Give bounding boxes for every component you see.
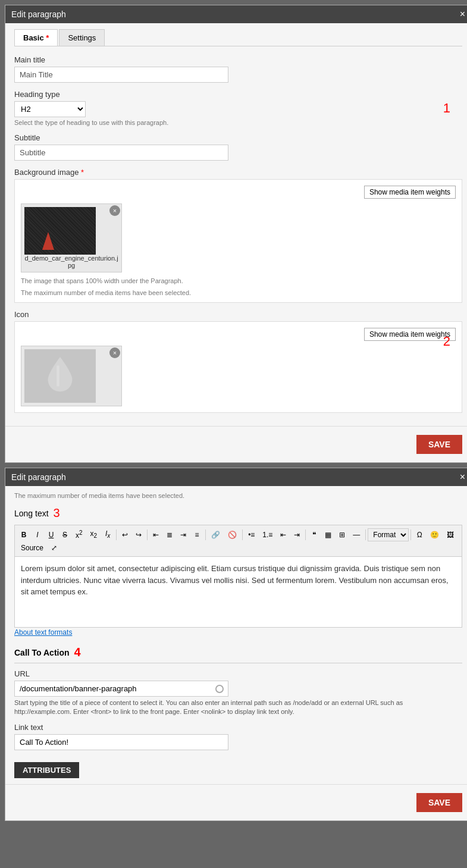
toolbar-bold[interactable]: B [17,529,30,541]
toolbar-sep-3 [205,529,206,540]
background-image-group: Background image * Show media item weigh… [14,168,462,303]
editor-toolbar: B I U S x2 x2 Ix ↩ ↪ ⇤ ≣ ⇥ ≡ 🔗 🚫 •≡ [14,525,462,556]
tab-settings[interactable]: Settings [59,29,105,46]
dialog-header-2: Edit paragraph × [5,468,467,486]
toolbar-unlink[interactable]: 🚫 [224,529,240,541]
background-image-media: Show media item weights × d_demo_car_eng… [14,179,462,303]
toolbar-image-insert[interactable]: 🖼 [443,529,457,541]
about-text-formats-link[interactable]: About text formats [14,628,72,637]
edit-paragraph-dialog-2: Edit paragraph × The maximum number of m… [5,468,467,821]
save-button-1[interactable]: SAVE [416,435,462,454]
toolbar-align-center[interactable]: ≣ [163,529,176,541]
toolbar-hr[interactable]: — [349,529,363,541]
toolbar-underline[interactable]: U [45,529,58,541]
link-text-input[interactable] [14,734,228,750]
edit-paragraph-dialog-1: Edit paragraph × Basic * Settings Main t… [5,5,467,463]
long-text-label-row: Long text 3 [14,506,462,520]
bg-image-required: * [81,168,84,177]
toolbar-maximize[interactable]: ⤢ [48,542,61,554]
toolbar-omega[interactable]: Ω [413,529,426,541]
heading-type-hint: Select the type of heading to use with t… [14,119,462,126]
toolbar-numbered-list[interactable]: 1.≡ [259,529,276,541]
toolbar-bullet-list[interactable]: •≡ [245,529,258,541]
toolbar-sep-1 [116,529,117,540]
url-icon [215,685,224,693]
bg-image-thumbnail [24,207,96,255]
cta-label-row: Call To Action 4 [14,645,462,663]
icon-media-header: Show media item weights [21,328,456,341]
section-number-2: 2 [443,334,450,349]
tabs-1: Basic * Settings [14,29,462,46]
heading-type-label: Heading type [14,90,462,99]
toolbar-table[interactable]: ▦ [321,529,335,541]
close-button-1[interactable]: × [460,9,465,20]
url-label: URL [14,669,462,678]
dialog-title-2: Edit paragraph [11,472,66,482]
cta-section: Call To Action 4 URL Start typing the ti… [14,645,462,778]
icon-item: × [21,346,122,406]
toolbar-strikethrough[interactable]: S [58,529,71,541]
toolbar-sep-4 [242,529,243,540]
icon-group: Icon Show media item weights × 2 [14,310,462,413]
toolbar-source[interactable]: Source [17,542,47,554]
close-button-2[interactable]: × [460,472,465,482]
dialog-body-2: The maximum number of media items have b… [5,486,467,784]
tab-basic[interactable]: Basic * [14,29,58,46]
dialog-header-1: Edit paragraph × [5,5,467,23]
toolbar-sep-2 [147,529,148,540]
url-field-group: URL Start typing the title of a piece of… [14,669,462,717]
toolbar-sep-5 [305,529,306,540]
section-number-1: 1 [443,101,450,116]
save-button-2[interactable]: SAVE [416,793,462,812]
icon-label: Icon [14,310,462,319]
icon-media: Show media item weights × [14,321,462,413]
bg-image-item: × d_demo_car_engine_centurion.jpg [21,203,122,272]
subtitle-input[interactable] [14,145,228,161]
bg-image-close-btn[interactable]: × [109,205,120,216]
toolbar-outdent[interactable]: ⇤ [277,529,290,541]
icon-thumbnail [24,349,96,403]
dialog-footer-2: SAVE [5,784,467,820]
toolbar-emoji[interactable]: 🙂 [427,529,443,541]
link-text-group: Link text [14,723,462,750]
toolbar-remove-format[interactable]: Ix [101,528,114,541]
show-weights-btn-2[interactable]: Show media item weights [364,328,456,341]
dialog-body-1: Basic * Settings Main title Heading type… [5,23,467,426]
subtitle-label: Subtitle [14,133,462,142]
heading-type-group: Heading type H1 H2 H3 H4 H5 H6 1 Select … [14,90,462,126]
section-number-4: 4 [74,645,81,659]
tab-basic-required: * [44,33,49,42]
toolbar-italic[interactable]: I [31,529,44,541]
background-image-label: Background image * [14,168,462,177]
show-weights-btn-1[interactable]: Show media item weights [364,186,456,199]
long-text-group: Long text 3 B I U S x2 x2 Ix ↩ ↪ ⇤ ≣ ⇥ ≡ [14,506,462,637]
toolbar-redo[interactable]: ↪ [132,529,145,541]
toolbar-superscript[interactable]: x2 [72,528,86,541]
main-title-group: Main title [14,55,462,83]
toolbar-subscript[interactable]: x2 [87,528,101,541]
bg-image-hint1: The image that spans 100% width under th… [21,277,456,284]
toolbar-link[interactable]: 🔗 [208,529,224,541]
heading-type-select[interactable]: H1 H2 H3 H4 H5 H6 [14,101,86,117]
long-text-label: Long text [14,509,49,518]
section-number-3: 3 [54,506,60,520]
toolbar-align-left[interactable]: ⇤ [149,529,162,541]
format-select[interactable]: Format [368,528,409,541]
svg-rect-0 [57,366,59,387]
toolbar-blockquote[interactable]: ❝ [308,529,321,541]
toolbar-media-embed[interactable]: ⊞ [336,529,349,541]
toolbar-sep-6 [365,529,366,540]
url-input[interactable] [14,681,228,697]
toolbar-indent[interactable]: ⇥ [290,529,303,541]
attributes-button[interactable]: ATTRIBUTES [14,762,79,778]
url-input-wrapper [14,681,228,697]
icon-close-btn[interactable]: × [109,347,120,358]
editor-area[interactable]: Lorem ipsum dolor sit amet, consectetur … [14,556,462,628]
cta-label-text: Call To Action [14,648,70,657]
toolbar-undo[interactable]: ↩ [118,529,131,541]
dialog-title-1: Edit paragraph [11,10,66,19]
toolbar-align-right[interactable]: ⇥ [177,529,190,541]
main-title-input[interactable] [14,67,228,83]
toolbar-justify[interactable]: ≡ [190,529,203,541]
subtitle-group: Subtitle [14,133,462,161]
